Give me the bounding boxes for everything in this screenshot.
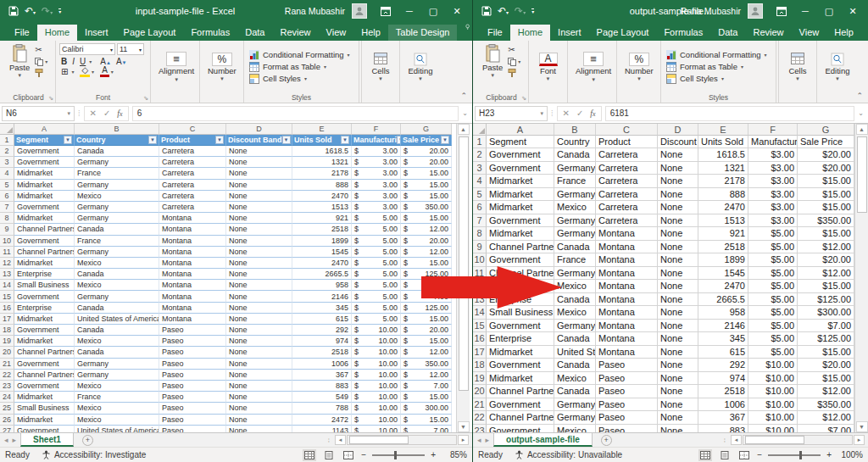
column-letter-A[interactable]: A — [487, 124, 554, 136]
cell-segment[interactable]: Government — [487, 162, 554, 175]
cell-sale-price[interactable]: $15.00 — [401, 213, 452, 224]
number-button[interactable]: % Number▼ — [620, 52, 658, 82]
cell-units-sold[interactable]: 2146 — [698, 320, 748, 333]
menu-tab-formulas[interactable]: Formulas — [656, 25, 710, 41]
cell-product[interactable]: Carretera — [596, 175, 658, 188]
cell-discount[interactable]: None — [226, 280, 292, 291]
redo-icon[interactable]: ↷▾ — [515, 6, 526, 16]
cell-sale-price[interactable]: $20.00 — [798, 162, 854, 175]
cell-sale-price[interactable]: $15.00 — [798, 280, 854, 293]
cell-discount[interactable]: None — [658, 293, 698, 307]
cell-discount[interactable]: None — [226, 314, 292, 325]
minimize-button[interactable]: ─ — [398, 1, 421, 21]
horizontal-scroll-thumb[interactable] — [745, 436, 804, 444]
cell-units-sold[interactable]: 345 — [292, 303, 352, 314]
cancel-entry-icon[interactable]: ✕ — [563, 109, 570, 118]
column-letter-C[interactable]: C — [159, 124, 226, 135]
scroll-up-icon[interactable]: ▲ — [458, 124, 470, 135]
row-number[interactable]: 15 — [473, 320, 487, 333]
cell-discount[interactable]: None — [226, 168, 292, 179]
cell-country[interactable]: Canada — [554, 385, 596, 398]
cell-segment[interactable]: Government — [487, 148, 554, 162]
cell-sale-price[interactable]: $15.00 — [798, 188, 854, 202]
cell-manufacturing[interactable]: $3.00 — [352, 180, 401, 191]
cell-units-sold[interactable]: 1513 — [292, 202, 352, 213]
cell-discount[interactable]: None — [226, 403, 292, 414]
cell-sale-price[interactable]: $12.00 — [401, 247, 452, 258]
cell-product[interactable]: Montana — [596, 293, 658, 307]
cell-product[interactable]: Montana — [159, 269, 226, 280]
cell-units-sold[interactable]: 2472 — [292, 415, 352, 426]
row-number[interactable]: 10 — [0, 236, 14, 247]
cell-discount[interactable]: None — [226, 202, 292, 213]
confirm-entry-icon[interactable]: ✓ — [103, 109, 110, 118]
collapse-ribbon-icon[interactable]: ⌃ — [856, 92, 863, 100]
cell-segment[interactable]: Midmarket — [14, 258, 75, 269]
cell-discount[interactable]: None — [658, 227, 698, 241]
cell-units-sold[interactable]: 958 — [292, 280, 352, 291]
cell-sale-price[interactable]: $15.00 — [401, 258, 452, 269]
row-number[interactable]: 2 — [473, 148, 487, 162]
cell-country[interactable]: Mexico — [554, 201, 596, 214]
menu-tab-table-design[interactable]: Table Design — [388, 25, 458, 41]
cell-country[interactable]: Canada — [554, 293, 596, 307]
cell-country[interactable]: United States of America — [75, 314, 159, 325]
cell-units-sold[interactable]: 1321 — [698, 162, 748, 175]
sheet-tab[interactable]: output-sample-file — [493, 433, 593, 447]
cell-sale-price[interactable]: $15.00 — [798, 175, 854, 188]
cell-manufacturing[interactable]: $3.00 — [748, 175, 798, 188]
menu-tab-insert[interactable]: Insert — [550, 25, 589, 41]
cell-units-sold[interactable]: 888 — [698, 188, 748, 202]
cell-country[interactable]: Germany — [75, 370, 159, 381]
cell-country[interactable]: Germany — [75, 359, 159, 370]
horizontal-scrollbar[interactable] — [347, 435, 457, 445]
header-cell[interactable]: Discount — [658, 136, 698, 148]
column-letter-E[interactable]: E — [292, 124, 352, 135]
clipboard-dialog-launcher[interactable]: ⇘ — [521, 95, 526, 102]
zoom-slider[interactable] — [372, 454, 425, 456]
cell-product[interactable]: Montana — [159, 314, 226, 325]
new-sheet-button[interactable]: + — [601, 435, 612, 446]
cell-discount[interactable]: None — [226, 370, 292, 381]
cell-units-sold[interactable]: 1006 — [698, 398, 748, 412]
cell-sale-price[interactable]: $15.00 — [401, 168, 452, 179]
cell-product[interactable]: Carretera — [596, 214, 658, 228]
cell-country[interactable]: France — [75, 392, 159, 403]
cell-product[interactable]: Paseo — [159, 370, 226, 381]
cell-styles-button[interactable]: Cell Styles▾ — [249, 73, 355, 85]
cell-segment[interactable]: Government — [487, 425, 554, 433]
scroll-down-icon[interactable]: ▼ — [458, 421, 470, 432]
alignment-button[interactable]: ≡ Alignment▼ — [571, 51, 615, 82]
close-button[interactable]: ✕ — [445, 1, 469, 21]
row-number[interactable]: 17 — [473, 346, 487, 359]
cell-units-sold[interactable]: 615 — [292, 314, 352, 325]
cell-discount[interactable]: None — [226, 336, 292, 347]
cell-product[interactable]: Paseo — [596, 372, 658, 386]
cell-segment[interactable]: Midmarket — [487, 188, 554, 202]
number-button[interactable]: % Number▼ — [203, 52, 241, 82]
cell-units-sold[interactable]: 788 — [292, 403, 352, 414]
cell-units-sold[interactable]: 2178 — [292, 168, 352, 179]
cell-product[interactable]: Paseo — [596, 385, 658, 398]
row-number[interactable]: 21 — [473, 398, 487, 412]
cell-units-sold[interactable]: 2178 — [698, 175, 748, 188]
column-letter-D[interactable]: D — [658, 124, 698, 136]
cell-sale-price[interactable]: $15.00 — [798, 372, 854, 386]
cell-units-sold[interactable]: 974 — [292, 336, 352, 347]
column-letter-B[interactable]: B — [75, 124, 159, 135]
cancel-entry-icon[interactable]: ✕ — [90, 109, 97, 118]
row-number[interactable]: 8 — [473, 227, 487, 241]
cell-country[interactable]: Mexico — [75, 336, 159, 347]
filter-dropdown-icon[interactable]: ▼ — [282, 136, 291, 144]
cell-manufacturing[interactable]: $10.00 — [352, 392, 401, 403]
horizontal-scrollbar[interactable] — [743, 435, 853, 445]
cell-product[interactable]: Montana — [596, 280, 658, 293]
cell-country[interactable]: Canada — [554, 332, 596, 346]
cell-sale-price[interactable]: $350.00 — [401, 202, 452, 213]
column-letter-G[interactable]: G — [401, 124, 452, 135]
row-number[interactable]: 26 — [0, 415, 14, 426]
cell-product[interactable]: Paseo — [159, 347, 226, 358]
cell-discount[interactable]: None — [658, 267, 698, 281]
formula-input[interactable]: 6181 — [605, 106, 855, 121]
cell-discount[interactable]: None — [226, 347, 292, 358]
